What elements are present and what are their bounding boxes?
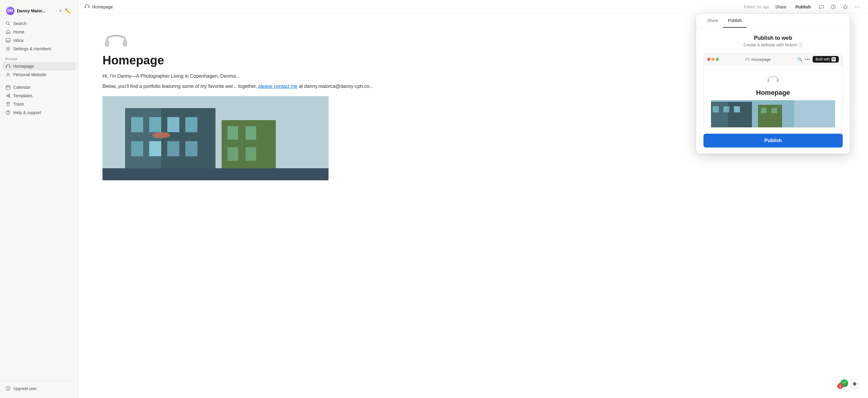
preview-content: Homepage [704, 65, 842, 127]
svg-rect-30 [149, 141, 161, 156]
preview-actions: 🔍 ••• Built with [797, 56, 839, 63]
sidebar-item-label: Inbox [13, 38, 24, 43]
window-dots [707, 58, 719, 61]
preview-search-icon[interactable]: 🔍 [797, 57, 802, 62]
user-menu[interactable]: DM Danny Maior... ▾ ✏️ [3, 5, 75, 17]
svg-point-17 [855, 6, 856, 7]
svg-rect-29 [131, 141, 143, 156]
sidebar: DM Danny Maior... ▾ ✏️ Search Home Inbox [0, 0, 79, 398]
upgrade-label: Upgrade plan [13, 386, 37, 391]
preview-page-label: Homepage [745, 57, 771, 62]
svg-rect-49 [723, 106, 730, 112]
modal-body: Publish to web Create a website with Not… [696, 28, 850, 154]
sidebar-upgrade: Upgrade plan [0, 381, 78, 396]
svg-rect-28 [185, 117, 197, 132]
favorite-button[interactable] [841, 3, 850, 11]
more-options-button[interactable] [853, 3, 862, 11]
sidebar-item-home[interactable]: Home [2, 28, 76, 36]
dot-yellow [712, 58, 715, 61]
sidebar-item-label: Search [13, 21, 27, 26]
svg-point-0 [6, 22, 9, 24]
sidebar-item-label: Home [13, 30, 24, 34]
calendar-icon [5, 85, 11, 90]
topbar: Homepage Edited 1m ago Share Publish [79, 0, 868, 14]
sidebar-item-templates[interactable]: Templates [2, 92, 76, 100]
svg-rect-35 [246, 126, 256, 140]
person-icon [5, 72, 11, 77]
dot-green [716, 58, 719, 61]
sidebar-item-label: Templates [13, 93, 33, 98]
preview-page-title: Homepage [711, 89, 835, 97]
contact-link[interactable]: please contact me [258, 84, 298, 89]
modal-publish-button[interactable]: Publish [704, 134, 843, 147]
sidebar-item-help[interactable]: Help & support [2, 108, 76, 117]
sidebar-item-search[interactable]: Search [2, 19, 76, 28]
new-page-icon[interactable]: ✏️ [64, 7, 72, 15]
svg-rect-42 [832, 57, 836, 61]
modal-title: Publish to web [704, 35, 843, 41]
history-button[interactable] [829, 3, 838, 11]
publish-modal: Share Publish Publish to web Create a we… [696, 14, 850, 154]
svg-rect-21 [123, 40, 127, 47]
page-cover-image [102, 96, 329, 180]
svg-line-1 [9, 24, 10, 26]
modal-subtitle: Create a website with Notion ? [704, 42, 843, 47]
preview-more-icon[interactable]: ••• [805, 57, 810, 62]
svg-rect-15 [89, 6, 90, 8]
svg-rect-4 [6, 66, 7, 68]
home-icon [5, 29, 11, 35]
tab-publish[interactable]: Publish [723, 14, 747, 28]
topbar-page-title: Homepage [92, 4, 113, 9]
sidebar-item-settings[interactable]: Settings & members [2, 44, 76, 53]
sidebar-item-label: Help & support [13, 110, 41, 115]
built-with-text: Built with [815, 57, 830, 61]
svg-rect-31 [167, 141, 179, 156]
avatar: DM [6, 7, 14, 15]
svg-rect-34 [227, 126, 238, 140]
preview-window: Homepage 🔍 ••• Built with [704, 53, 843, 128]
svg-rect-32 [185, 141, 197, 156]
sidebar-item-trash[interactable]: Trash [2, 100, 76, 108]
tab-share[interactable]: Share [702, 14, 723, 28]
svg-point-9 [8, 94, 10, 96]
move-cursor-button[interactable]: ✥ [850, 379, 859, 388]
svg-rect-47 [728, 102, 752, 127]
sidebar-bottom-nav: Calendar Templates Trash Help & support [0, 81, 78, 117]
svg-rect-43 [767, 79, 770, 82]
upgrade-plan-button[interactable]: Upgrade plan [2, 384, 76, 393]
dot-red [707, 58, 710, 61]
page-header-icon [102, 26, 130, 53]
trash-icon [5, 101, 11, 107]
svg-rect-26 [149, 117, 161, 132]
svg-rect-20 [105, 40, 109, 47]
preview-cover-image [711, 100, 835, 127]
sidebar-item-homepage[interactable]: Homepage [2, 62, 76, 70]
templates-icon [5, 93, 11, 98]
comment-button[interactable] [817, 3, 826, 11]
svg-rect-52 [761, 108, 767, 113]
sidebar-item-inbox[interactable]: Inbox [2, 36, 76, 44]
headphones-icon [5, 64, 11, 69]
svg-rect-48 [713, 106, 719, 112]
svg-rect-50 [734, 106, 740, 112]
page-item-label: Personal Website [13, 72, 46, 77]
svg-rect-36 [227, 147, 238, 161]
svg-rect-25 [131, 117, 143, 132]
share-button[interactable]: Share [772, 3, 789, 10]
svg-point-12 [8, 113, 8, 114]
sidebar-item-calendar[interactable]: Calendar [2, 83, 76, 92]
svg-rect-27 [167, 117, 179, 132]
sidebar-section-private: Private Homepage Personal Website [0, 54, 78, 79]
search-icon [5, 21, 11, 26]
preview-headphone-icon [766, 71, 780, 86]
svg-rect-5 [9, 66, 10, 68]
chevron-down-icon: ▾ [59, 9, 61, 13]
preview-toolbar: Homepage 🔍 ••• Built with [704, 54, 842, 65]
publish-button-topbar[interactable]: Publish [792, 3, 814, 10]
gear-icon [5, 46, 11, 52]
user-name: Danny Maior... [17, 8, 57, 13]
help-icon [5, 110, 11, 115]
built-with-badge[interactable]: Built with [812, 56, 839, 63]
topbar-page-icon [84, 4, 90, 10]
sidebar-item-personal-website[interactable]: Personal Website [2, 70, 76, 79]
